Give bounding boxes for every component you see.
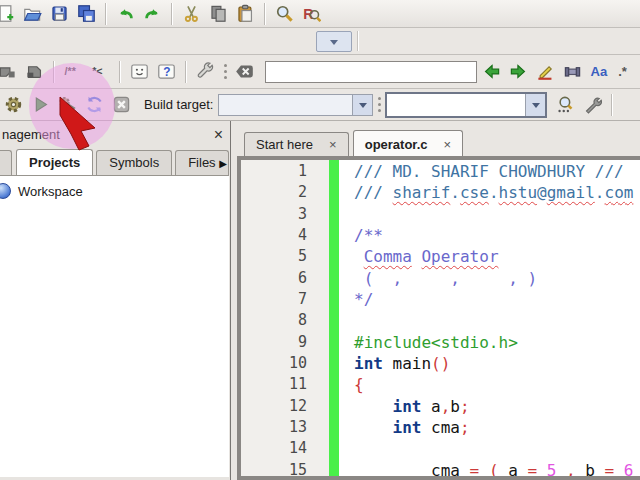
line-number[interactable]: 7	[241, 289, 307, 310]
tab-start-here[interactable]: Start here ×	[244, 132, 349, 156]
open-file-icon[interactable]	[19, 2, 46, 26]
code-line[interactable]: cma = ( a = 5 , b = 6 ,	[354, 460, 640, 476]
code-line[interactable]	[354, 438, 640, 459]
code-line[interactable]: {	[354, 374, 640, 395]
code-token: /**	[354, 226, 383, 245]
toolbar-separator	[185, 61, 187, 83]
code-lines[interactable]: /// MD. SHARIF CHOWDHURY ////// sharif.c…	[339, 160, 640, 476]
line-number[interactable]: 5	[241, 246, 307, 267]
save-icon[interactable]	[46, 2, 73, 26]
options-wrench-icon[interactable]	[579, 93, 606, 117]
code-token: a	[499, 461, 528, 476]
line-number[interactable]: 8	[241, 310, 307, 331]
doxygen-block-icon[interactable]: /**	[60, 60, 87, 84]
code-line[interactable]: /**	[354, 225, 640, 246]
scope-select[interactable]	[385, 92, 547, 118]
code-line[interactable]: #include<stdio.h>	[354, 332, 640, 353]
doxygen-line-icon[interactable]: *<	[87, 60, 114, 84]
close-icon[interactable]: ×	[444, 137, 452, 152]
wrench-icon[interactable]	[192, 60, 219, 84]
close-icon[interactable]: ×	[329, 137, 337, 152]
workspace-item[interactable]: Workspace	[0, 181, 229, 201]
debug-find-icon[interactable]	[552, 93, 579, 117]
selected-only-icon[interactable]	[559, 60, 586, 84]
code-line[interactable]: int a,b;	[354, 396, 640, 417]
management-panel: nagement × Projects Symbols Files ▶ Work…	[0, 121, 231, 480]
toolbar-grip[interactable]	[219, 60, 231, 84]
line-number[interactable]: 4	[241, 225, 307, 246]
code-token: ;	[460, 397, 470, 416]
tab-start-here-label: Start here	[256, 137, 313, 152]
chevron-down-icon[interactable]	[316, 31, 352, 52]
abort-icon[interactable]	[108, 93, 135, 117]
gutter[interactable]: 123456789101112131415	[241, 160, 329, 476]
run-icon[interactable]	[27, 93, 54, 117]
line-number[interactable]: 2	[241, 182, 307, 203]
paste-icon[interactable]	[232, 2, 259, 26]
line-number[interactable]: 1	[241, 161, 307, 182]
line-number[interactable]: 11	[241, 374, 307, 395]
tab-operator-c[interactable]: operator.c ×	[353, 130, 463, 156]
chevron-down-icon[interactable]	[525, 94, 545, 116]
code-line[interactable]: int main()	[354, 353, 640, 374]
line-number[interactable]: 6	[241, 268, 307, 289]
arrow-right-icon[interactable]	[505, 60, 532, 84]
tab-projects[interactable]: Projects	[16, 149, 93, 175]
code-line[interactable]: /// MD. SHARIF CHOWDHURY ///	[354, 161, 640, 182]
line-number[interactable]: 14	[241, 438, 307, 459]
toolbar-separator	[171, 3, 173, 25]
search-input[interactable]	[265, 61, 477, 83]
toolbar-separator	[53, 61, 55, 83]
line-number[interactable]: 15	[241, 460, 307, 480]
code-token: .	[489, 183, 499, 202]
goto-declaration-icon[interactable]	[0, 60, 21, 84]
tab-overflow-arrow[interactable]: ▶	[219, 158, 227, 169]
regex-icon[interactable]: .*	[613, 60, 640, 84]
code-token: .	[450, 183, 460, 202]
code-token	[354, 397, 393, 416]
match-case-icon[interactable]: Aa	[586, 60, 613, 84]
clear-search-icon[interactable]	[231, 60, 258, 84]
build-icon[interactable]	[0, 93, 27, 117]
find-icon[interactable]	[271, 2, 298, 26]
code-line[interactable]: int cma;	[354, 417, 640, 438]
line-number[interactable]: 9	[241, 332, 307, 353]
copy-icon[interactable]	[205, 2, 232, 26]
line-number[interactable]: 10	[241, 353, 307, 374]
code-token: b	[450, 397, 460, 416]
chevron-down-icon[interactable]	[352, 95, 372, 115]
arrow-left-icon[interactable]	[478, 60, 505, 84]
management-tabs: Projects Symbols Files ▶	[0, 148, 230, 175]
code-line[interactable]: Comma Operator	[354, 246, 640, 267]
build-run-icon[interactable]	[54, 93, 81, 117]
close-icon[interactable]: ×	[214, 128, 223, 142]
code-line[interactable]	[354, 310, 640, 331]
save-all-icon[interactable]	[73, 2, 100, 26]
question-box-icon[interactable]: ?	[153, 60, 180, 84]
code-line[interactable]	[354, 204, 640, 225]
highlight-icon[interactable]	[532, 60, 559, 84]
replace-icon[interactable]: R	[298, 2, 325, 26]
toolbar-grip[interactable]	[373, 93, 385, 117]
line-number[interactable]: 3	[241, 204, 307, 225]
code-token: b	[576, 461, 605, 476]
search-toolbar-right-icons: Aa.*	[484, 60, 640, 84]
redo-icon[interactable]	[139, 2, 166, 26]
goto-implementation-icon[interactable]	[21, 60, 48, 84]
rebuild-icon[interactable]	[81, 93, 108, 117]
cut-icon[interactable]	[178, 2, 205, 26]
comment-box-icon[interactable]	[126, 60, 153, 84]
new-file-icon[interactable]	[0, 2, 19, 26]
toolbar-separator	[119, 61, 121, 83]
code-token: Comma	[364, 247, 412, 266]
code-line[interactable]: /// sharif.cse.hstu@gmail.com	[354, 182, 640, 203]
editor-content[interactable]: 123456789101112131415 /// MD. SHARIF CHO…	[237, 156, 640, 480]
code-line[interactable]: */	[354, 289, 640, 310]
code-line[interactable]: ( , , , )	[354, 268, 640, 289]
line-number[interactable]: 12	[241, 396, 307, 417]
code-token: /// MD. SHARIF CHOWDHURY ///	[354, 162, 624, 181]
line-number[interactable]: 13	[241, 417, 307, 438]
build-target-select[interactable]	[218, 94, 373, 116]
undo-icon[interactable]	[112, 2, 139, 26]
tab-symbols[interactable]: Symbols	[96, 150, 172, 175]
